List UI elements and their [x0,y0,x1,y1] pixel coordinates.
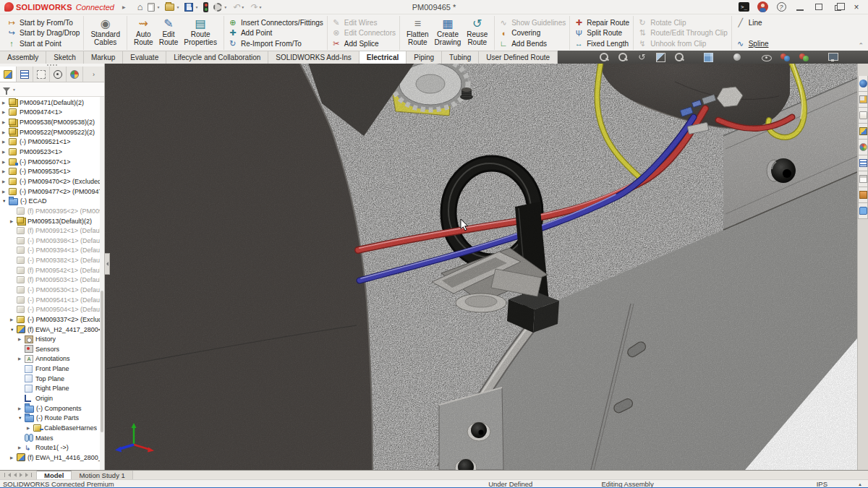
command-tab[interactable]: Markup [84,51,123,64]
tree-item[interactable]: (f) PM009542<1> (Default) [0,265,104,275]
tree-item[interactable]: Front Plane [0,364,104,374]
show-guidelines-button[interactable]: ∿Show Guidelines [498,17,566,27]
tree-item[interactable]: (-) PM009541<1> (Default [0,295,104,305]
manager-tab[interactable] [67,67,83,82]
prev-tab-icon[interactable] [14,473,17,477]
expand-arrow-icon[interactable] [10,219,17,223]
start-at-point-button[interactable]: ↑Start at Point [7,38,80,48]
apply-scene-icon[interactable] [798,52,810,62]
magnified-selection-icon[interactable] [673,52,686,62]
create-drawing-button[interactable]: ▦CreateDrawing [432,16,464,50]
graphics-viewport[interactable] [105,64,857,470]
filter-funnel-icon[interactable] [3,87,10,92]
dropdown-caret-icon[interactable]: ▼ [224,5,227,9]
tree-item[interactable]: PM009471(Default)(2) [0,98,104,108]
command-tab[interactable]: Assembly [0,51,46,64]
tree-item[interactable]: (f) PM009912<1> (Default) [0,226,104,236]
tree-item[interactable]: (-) PM009394<1> (Default) [0,246,104,256]
open-button[interactable]: ▼ [165,1,179,13]
tree-item[interactable]: Sensors [0,344,104,354]
options-button[interactable]: ▼ [213,1,227,13]
zoom-to-fit-icon[interactable] [598,52,610,62]
tree-item[interactable]: PM009538(PM009538)(2) [0,117,104,127]
expand-arrow-icon[interactable] [2,189,9,194]
task-pane-tab[interactable] [858,92,868,108]
edit-connectors-button[interactable]: ⊗Edit Connectors [331,28,396,38]
last-tab-icon[interactable] [25,473,28,477]
tree-item[interactable]: PM009474<1> [0,108,104,118]
expand-arrow-icon[interactable] [10,328,17,332]
filter-caret-icon[interactable]: ▼ [12,87,16,92]
tree-item[interactable]: PM009523<1> [0,147,104,157]
command-tab[interactable]: User Defined Route [479,51,558,64]
command-tab[interactable]: Piping [407,51,442,64]
expand-arrow-icon[interactable] [18,445,25,450]
tree-item[interactable]: (-) PM009470<2> (Excluded fr [0,176,104,187]
task-pane-tab[interactable] [858,155,868,171]
task-pane-tab[interactable] [858,76,868,92]
add-splice-button[interactable]: ✂Add Splice [331,38,396,48]
covering-button[interactable]: ◖Covering [498,28,566,38]
tree-item[interactable]: (-) Components [0,403,104,414]
edit-appearance-icon[interactable] [779,52,791,62]
tree-item[interactable]: (-) Route Parts [0,414,104,424]
unhook-from-clip-button[interactable]: ↯Unhook from Clip [637,38,728,48]
close-button[interactable]: × [851,2,862,12]
task-pane-tab[interactable] [858,140,868,155]
manager-tab[interactable] [0,67,17,82]
home-button[interactable] [137,1,143,13]
command-tab[interactable]: Sketch [46,51,84,64]
expand-arrow-icon[interactable] [27,426,33,430]
rotate-clip-button[interactable]: ↻Rotate Clip [637,17,728,27]
first-tab-icon[interactable] [8,473,11,477]
manager-tabs-expand-icon[interactable]: › [83,67,104,82]
expand-arrow-icon[interactable] [18,416,25,420]
tree-item[interactable]: (-) PM009382<1> (Default [0,255,104,265]
command-tab[interactable]: Electrical [359,51,407,64]
tree-item[interactable]: (f) EWA_H1_4416_2800_1< [0,453,104,463]
view-orientation-icon[interactable] [702,52,715,62]
expand-arrow-icon[interactable] [2,150,9,154]
zoom-to-area-icon[interactable] [617,52,629,62]
help-button[interactable]: ? [775,2,787,12]
model-tab[interactable]: Motion Study 1 [72,471,132,479]
brand-flyout-icon[interactable]: ▶ [122,4,126,9]
model-tab[interactable]: Model [37,471,72,479]
tree-item[interactable]: (-) PM009337<2> (Exclude [0,314,104,325]
new-document-button[interactable]: ▼ [148,1,160,13]
tree-item[interactable]: Mates [0,433,104,443]
tree-item[interactable]: (f) PM009395<2> (PM0093 [0,206,104,216]
expand-arrow-icon[interactable] [2,100,9,105]
tree-item[interactable]: (-) PM009507<1> [0,157,104,167]
start-by-fromto-button[interactable]: ↦Start by From/To [7,17,80,27]
edit-route-button[interactable]: ✎EditRoute [156,16,182,50]
tree-item[interactable]: PM009513(Default)(2) [0,216,104,226]
expand-arrow-icon[interactable] [18,356,25,361]
tree-item[interactable]: Route1( ->) [0,442,104,453]
tree-item[interactable]: Right Plane [0,384,104,394]
command-tab[interactable]: SOLIDWORKS Add-Ins [268,51,359,64]
display-style-icon[interactable] [731,52,744,62]
line-button[interactable]: ╱Line [736,17,769,27]
auto-route-button[interactable]: ⇝AutoRoute [131,16,156,50]
insert-connectors-button[interactable]: ⊕Insert Connectors/Fittings [228,17,323,27]
standard-cables-button[interactable]: ◉StandardCables [88,16,123,50]
command-tab[interactable]: Lifecycle and Collaboration [166,51,268,64]
route-through-clip-button[interactable]: ⇅Route/Edit Through Clip [637,28,728,38]
tree-item[interactable]: History [0,334,104,344]
expand-arrow-icon[interactable] [18,406,25,411]
tree-item[interactable]: (-) ECAD [0,196,104,206]
expand-arrow-icon[interactable] [18,337,25,341]
tree-item[interactable]: Annotations [0,354,104,364]
minimize-button[interactable] [794,2,806,12]
expand-arrow-icon[interactable] [2,140,9,144]
user-avatar[interactable] [757,2,768,12]
dropdown-caret-icon[interactable]: ▼ [176,5,179,9]
task-pane-tab[interactable] [858,171,868,187]
fixed-length-button[interactable]: ↔Fixed Length [574,38,629,48]
tree-scrollbar[interactable] [100,97,104,470]
repair-route-button[interactable]: ✚Repair Route [574,17,629,27]
hide-show-items-icon[interactable] [760,52,773,62]
expand-arrow-icon[interactable] [2,160,9,164]
panel-splitter-handle[interactable] [105,253,110,275]
